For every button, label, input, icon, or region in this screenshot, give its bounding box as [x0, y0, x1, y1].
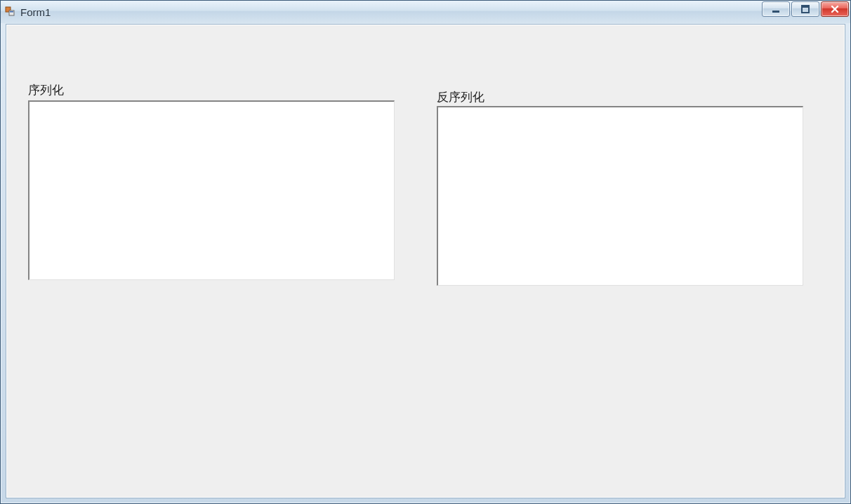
- svg-rect-3: [772, 11, 779, 13]
- window-title: Form1: [20, 6, 51, 18]
- maximize-button[interactable]: [791, 1, 819, 17]
- window-controls: [762, 1, 849, 17]
- deserialize-label: 反序列化: [437, 89, 484, 105]
- svg-rect-2: [10, 11, 13, 13]
- serialize-textbox[interactable]: [28, 100, 395, 280]
- client-area: 序列化 反序列化: [6, 24, 845, 498]
- titlebar[interactable]: Form1: [1, 1, 850, 23]
- serialize-label: 序列化: [28, 82, 64, 98]
- minimize-button[interactable]: [762, 1, 790, 17]
- deserialize-textbox[interactable]: [437, 106, 803, 286]
- app-icon: [5, 6, 16, 18]
- window-frame: Form1 序列化 反序列化: [0, 0, 851, 504]
- svg-rect-5: [802, 6, 809, 8]
- close-button[interactable]: [821, 1, 849, 17]
